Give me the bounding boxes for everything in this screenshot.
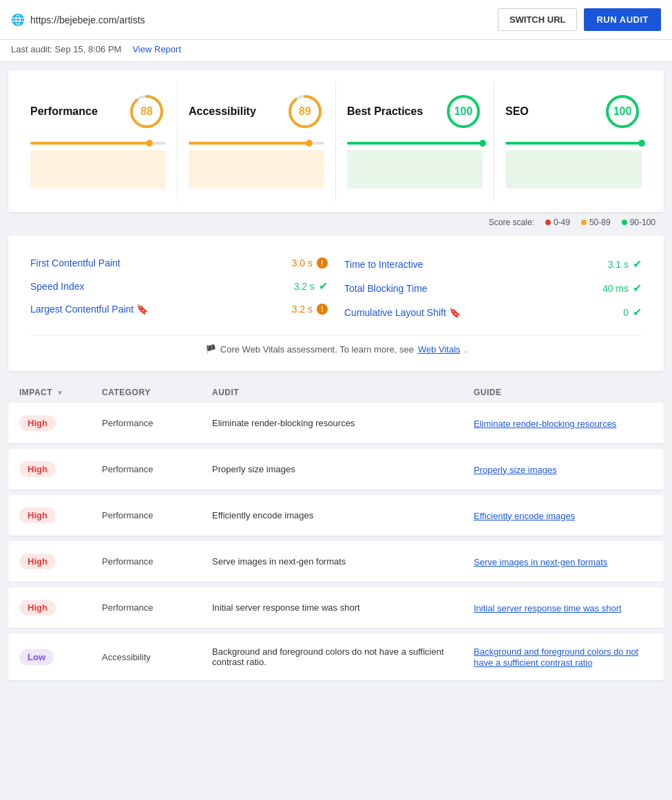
web-vitals-link[interactable]: Web Vitals bbox=[418, 344, 461, 355]
header-left: 🌐 https://bejebeje.com/artists bbox=[11, 13, 145, 26]
run-audit-button[interactable]: RUN AUDIT bbox=[584, 8, 661, 31]
dot-red bbox=[545, 220, 551, 225]
metric-row: Total Blocking Time 40 ms ✔ bbox=[344, 276, 642, 300]
gauge-container bbox=[30, 142, 166, 190]
metric-name: First Contentful Paint bbox=[30, 257, 120, 269]
metric-name: Cumulative Layout Shift 🔖 bbox=[344, 307, 461, 318]
impact-cell: Low bbox=[19, 649, 102, 665]
gauge-container bbox=[347, 142, 483, 190]
score-number: 100 bbox=[613, 105, 632, 118]
audit-table-header: IMPACT ▼ CATEGORY AUDIT GUIDE bbox=[8, 382, 664, 403]
metric-row: Time to Interactive 3.1 s ✔ bbox=[344, 252, 642, 276]
table-row: High Performance Initial server response… bbox=[8, 587, 664, 628]
category-cell: Performance bbox=[102, 464, 212, 474]
guide-cell: Eliminate render-blocking resources bbox=[474, 418, 653, 429]
score-circle: 100 bbox=[603, 92, 642, 131]
gauge-track bbox=[505, 142, 642, 145]
impact-badge: High bbox=[19, 554, 56, 569]
url-text: https://bejebeje.com/artists bbox=[30, 14, 145, 25]
table-row: High Performance Efficiently encode imag… bbox=[8, 495, 664, 536]
scale-green: 90-100 bbox=[622, 218, 655, 227]
guide-cell: Background and foreground colors do not … bbox=[474, 646, 653, 668]
score-label: Performance bbox=[30, 105, 98, 118]
metric-row: Largest Contentful Paint 🔖 3.2 s ! bbox=[30, 298, 328, 320]
metrics-grid: First Contentful Paint 3.0 s ! Speed Ind… bbox=[30, 252, 642, 324]
score-number: 100 bbox=[454, 105, 473, 118]
col-impact[interactable]: IMPACT ▼ bbox=[19, 388, 102, 397]
check-icon: ✔ bbox=[633, 282, 642, 295]
dot-green bbox=[622, 220, 627, 225]
last-audit-text: Last audit: Sep 15, 8:06 PM bbox=[11, 44, 121, 54]
gauge-track bbox=[30, 142, 166, 145]
metrics-right-col: Time to Interactive 3.1 s ✔ Total Blocki… bbox=[344, 252, 642, 324]
score-circle: 88 bbox=[127, 92, 166, 131]
core-vitals-text: Core Web Vitals assessment. To learn mor… bbox=[220, 344, 414, 355]
guide-link[interactable]: Properly size images bbox=[474, 465, 557, 475]
audit-cell: Eliminate render-blocking resources bbox=[212, 418, 474, 428]
score-number: 88 bbox=[140, 105, 153, 118]
gauge-bg bbox=[505, 150, 642, 189]
gauge-track bbox=[189, 142, 324, 145]
score-card-performance[interactable]: Performance 88 bbox=[19, 81, 178, 201]
metric-value: 3.1 s ✔ bbox=[608, 257, 642, 271]
category-cell: Accessibility bbox=[102, 652, 212, 662]
gauge-container bbox=[505, 142, 642, 190]
header-buttons: SWITCH URL RUN AUDIT bbox=[498, 8, 661, 31]
score-label: Accessibility bbox=[189, 105, 256, 118]
subheader: Last audit: Sep 15, 8:06 PM View Report bbox=[0, 40, 672, 62]
impact-badge: High bbox=[19, 461, 56, 477]
guide-link[interactable]: Efficiently encode images bbox=[474, 511, 575, 521]
sort-icon: ▼ bbox=[56, 389, 63, 397]
metric-row: Speed Index 3.2 s ✔ bbox=[30, 274, 328, 298]
switch-url-button[interactable]: SWITCH URL bbox=[498, 8, 578, 31]
impact-badge: High bbox=[19, 600, 56, 615]
gauge-dot bbox=[146, 140, 153, 147]
guide-cell: Serve images in next-gen formats bbox=[474, 556, 653, 567]
score-card-header: SEO 100 bbox=[505, 92, 642, 131]
category-cell: Performance bbox=[102, 602, 212, 613]
metric-value: 3.0 s ! bbox=[292, 257, 328, 269]
gauge-dot bbox=[306, 140, 313, 147]
gauge-bg bbox=[347, 150, 483, 189]
score-card-seo[interactable]: SEO 100 bbox=[494, 81, 653, 201]
metric-row: First Contentful Paint 3.0 s ! bbox=[30, 252, 328, 274]
score-card-best-practices[interactable]: Best Practices 100 bbox=[336, 81, 494, 201]
table-row: High Performance Serve images in next-ge… bbox=[8, 541, 664, 582]
scale-red: 0-49 bbox=[545, 218, 570, 227]
check-icon: ✔ bbox=[633, 257, 642, 271]
score-card-header: Performance 88 bbox=[30, 92, 166, 131]
gauge-track bbox=[347, 142, 483, 145]
warn-icon: ! bbox=[317, 257, 328, 269]
header: 🌐 https://bejebeje.com/artists SWITCH UR… bbox=[0, 0, 672, 40]
gauge-fill bbox=[189, 142, 309, 145]
check-icon: ✔ bbox=[319, 280, 328, 293]
audit-cell: Properly size images bbox=[212, 464, 474, 474]
impact-cell: High bbox=[19, 415, 102, 431]
score-card-accessibility[interactable]: Accessibility 89 bbox=[178, 81, 336, 201]
metrics-left-col: First Contentful Paint 3.0 s ! Speed Ind… bbox=[30, 252, 328, 324]
score-circle: 89 bbox=[286, 92, 324, 131]
bookmark-icon: 🔖 bbox=[449, 307, 461, 318]
impact-cell: High bbox=[19, 507, 102, 523]
view-report-link[interactable]: View Report bbox=[132, 44, 181, 54]
score-scale-label: Score scale: bbox=[489, 218, 534, 227]
guide-link[interactable]: Serve images in next-gen formats bbox=[474, 557, 607, 567]
metrics-section: First Contentful Paint 3.0 s ! Speed Ind… bbox=[8, 235, 664, 371]
score-card-header: Accessibility 89 bbox=[189, 92, 324, 131]
gauge-fill bbox=[505, 142, 642, 145]
audit-rows-container: High Performance Eliminate render-blocki… bbox=[8, 403, 664, 680]
guide-link[interactable]: Eliminate render-blocking resources bbox=[474, 419, 616, 429]
score-cards-section: Performance 88 Accessibility bbox=[8, 70, 664, 212]
globe-icon: 🌐 bbox=[11, 13, 25, 26]
dot-orange bbox=[581, 220, 587, 225]
guide-link[interactable]: Background and foreground colors do not … bbox=[474, 646, 638, 668]
guide-cell: Efficiently encode images bbox=[474, 510, 653, 521]
guide-cell: Properly size images bbox=[474, 464, 653, 475]
metric-name: Speed Index bbox=[30, 281, 85, 292]
col-guide: GUIDE bbox=[474, 388, 653, 397]
scale-red-label: 0-49 bbox=[554, 218, 570, 227]
guide-link[interactable]: Initial server response time was short bbox=[474, 603, 622, 613]
impact-cell: High bbox=[19, 461, 102, 477]
metric-value: 3.2 s ✔ bbox=[294, 280, 328, 293]
impact-badge: High bbox=[19, 507, 56, 523]
